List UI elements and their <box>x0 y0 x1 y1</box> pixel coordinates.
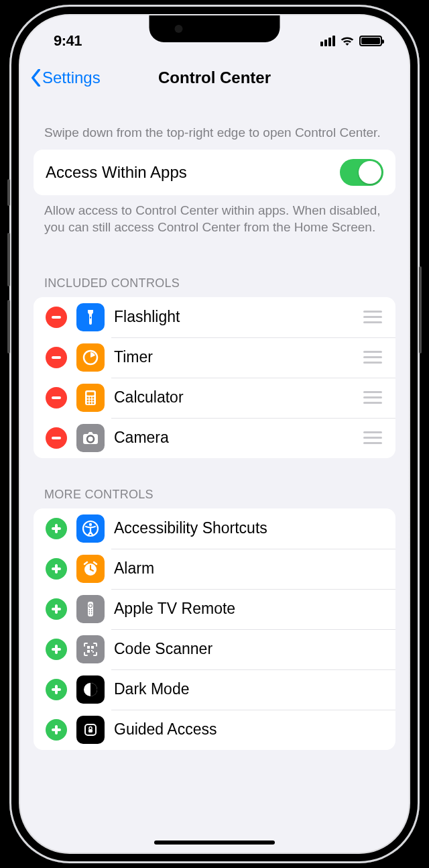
home-indicator[interactable] <box>154 840 275 845</box>
control-label: Alarm <box>114 559 383 578</box>
qr-icon <box>76 635 105 663</box>
intro-hint: Swipe down from the top-right edge to op… <box>34 101 395 150</box>
reorder-handle[interactable] <box>363 391 383 404</box>
control-label: Timer <box>114 348 354 366</box>
mute-switch <box>7 179 10 206</box>
included-header: INCLUDED CONTROLS <box>34 236 395 297</box>
svg-point-5 <box>90 397 92 399</box>
svg-rect-31 <box>93 651 94 653</box>
more-row: Alarm <box>34 549 395 589</box>
more-header: MORE CONTROLS <box>34 458 395 508</box>
screen: 9:41 Settings Control Ce <box>20 15 409 853</box>
more-row: Apple TV Remote <box>34 589 395 629</box>
svg-point-24 <box>91 611 93 612</box>
reorder-handle[interactable] <box>363 431 383 444</box>
control-label: Apple TV Remote <box>114 600 383 618</box>
access-footer: Allow access to Control Center within ap… <box>34 195 395 236</box>
svg-rect-3 <box>87 392 95 395</box>
alarm-icon <box>76 555 105 583</box>
content[interactable]: Swipe down from the top-right edge to op… <box>20 101 409 750</box>
add-button[interactable] <box>46 639 67 660</box>
chevron-left-icon <box>31 69 41 87</box>
darkmode-icon <box>76 675 105 704</box>
timer-icon <box>76 343 105 372</box>
add-button[interactable] <box>46 558 67 580</box>
included-row: Timer <box>34 337 395 378</box>
remove-button[interactable] <box>46 427 67 449</box>
included-row: Calculator <box>34 378 395 418</box>
add-button[interactable] <box>46 679 67 700</box>
svg-rect-34 <box>88 729 93 733</box>
more-row: Guided Access <box>34 710 395 750</box>
phone-frame: 9:41 Settings Control Ce <box>9 5 420 863</box>
included-row: Camera <box>34 418 395 458</box>
svg-point-6 <box>93 397 95 399</box>
svg-point-26 <box>91 613 93 614</box>
status-time: 9:41 <box>54 32 82 50</box>
volume-down-button <box>7 300 10 354</box>
access-toggle[interactable] <box>340 159 383 186</box>
camera-icon <box>76 424 105 452</box>
navigation-bar: Settings Control Center <box>20 54 409 101</box>
power-button <box>419 266 422 354</box>
cellular-signal-icon <box>320 36 335 46</box>
svg-point-8 <box>90 400 92 402</box>
back-button[interactable]: Settings <box>31 68 101 87</box>
add-button[interactable] <box>46 719 67 741</box>
wifi-icon <box>340 36 355 46</box>
more-row: Accessibility Shortcuts <box>34 508 395 549</box>
control-label: Dark Mode <box>114 680 383 698</box>
svg-point-10 <box>87 402 89 404</box>
svg-point-16 <box>89 523 92 526</box>
more-row: Code Scanner <box>34 629 395 669</box>
page-title: Control Center <box>158 68 271 87</box>
access-group: Access Within Apps <box>34 150 395 195</box>
svg-point-21 <box>88 609 90 610</box>
more-row: Dark Mode <box>34 669 395 710</box>
svg-point-18 <box>90 569 92 571</box>
svg-point-7 <box>87 400 89 402</box>
svg-rect-28 <box>91 646 94 649</box>
volume-up-button <box>7 233 10 286</box>
toggle-knob <box>359 161 381 184</box>
svg-point-12 <box>93 402 95 404</box>
svg-point-23 <box>88 611 90 612</box>
remote-icon <box>76 595 105 623</box>
svg-point-11 <box>90 402 92 404</box>
notch <box>149 15 280 42</box>
remove-button[interactable] <box>46 307 67 328</box>
reorder-handle[interactable] <box>363 351 383 364</box>
control-label: Guided Access <box>114 720 383 739</box>
control-label: Code Scanner <box>114 640 383 658</box>
svg-rect-30 <box>91 650 93 651</box>
more-controls-list: Accessibility ShortcutsAlarmApple TV Rem… <box>34 508 395 750</box>
svg-rect-27 <box>87 646 90 649</box>
svg-point-22 <box>91 609 93 610</box>
included-row: Flashlight <box>34 297 395 337</box>
control-label: Flashlight <box>114 308 354 326</box>
remove-button[interactable] <box>46 347 67 368</box>
access-label: Access Within Apps <box>46 163 330 182</box>
svg-point-9 <box>93 400 95 402</box>
svg-rect-29 <box>87 650 90 653</box>
included-controls-list: FlashlightTimerCalculatorCamera <box>34 297 395 458</box>
back-label: Settings <box>42 68 101 87</box>
svg-point-4 <box>87 397 89 399</box>
accessibility-icon <box>76 514 105 543</box>
add-button[interactable] <box>46 598 67 620</box>
calculator-icon <box>76 384 105 412</box>
status-indicators <box>320 36 382 46</box>
flashlight-icon <box>76 303 105 331</box>
svg-rect-0 <box>90 317 91 319</box>
control-label: Calculator <box>114 388 354 406</box>
battery-icon <box>359 36 382 46</box>
reorder-handle[interactable] <box>363 311 383 323</box>
svg-point-25 <box>88 613 90 614</box>
add-button[interactable] <box>46 518 67 539</box>
remove-button[interactable] <box>46 387 67 409</box>
control-label: Accessibility Shortcuts <box>114 519 383 537</box>
control-label: Camera <box>114 429 354 447</box>
guided-icon <box>76 716 105 744</box>
access-within-apps-row: Access Within Apps <box>34 150 395 195</box>
